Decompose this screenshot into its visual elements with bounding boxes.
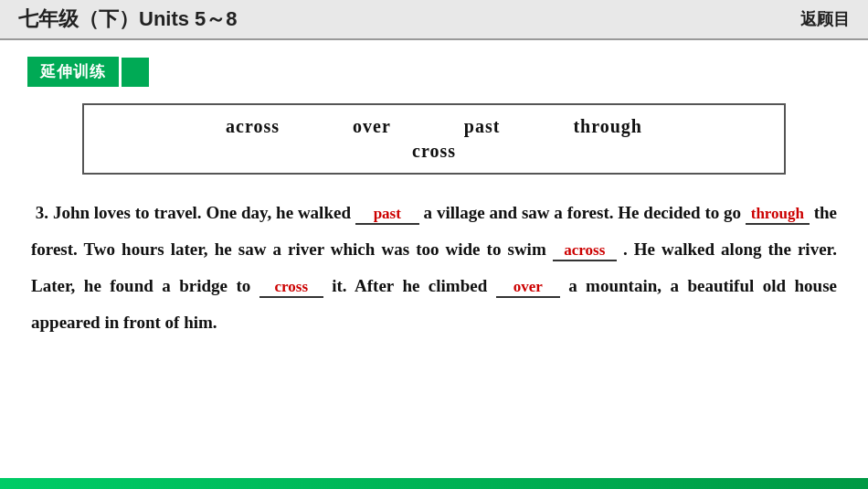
answer-cross: cross [275, 278, 309, 295]
section-label-row: 延伸训练 [27, 57, 841, 87]
paragraph: 3. John loves to travel. One day, he wal… [27, 195, 841, 341]
content: 延伸训练 across over past through cross 3. J… [0, 40, 868, 478]
word-box: across over past through cross [82, 103, 786, 175]
word-past: past [464, 116, 501, 137]
answer-over: over [513, 278, 543, 295]
word-across: across [226, 116, 280, 137]
word-row-1: across over past through [111, 116, 757, 137]
blank-over: over [496, 277, 560, 298]
answer-through: through [751, 205, 804, 222]
word-box-inner: across over past through cross [111, 116, 757, 162]
bottom-bar [0, 478, 868, 489]
blank-through: through [746, 204, 810, 225]
header-title: 七年级（下）Units 5～8 [18, 5, 238, 33]
paragraph-text-2: a village and saw a forest. He decided t… [424, 203, 746, 222]
answer-past: past [374, 205, 401, 222]
paragraph-text-5: it. After he climbed [332, 276, 495, 295]
word-over: over [353, 116, 391, 137]
word-row-2: cross [412, 141, 456, 162]
paragraph-number: 3. [31, 203, 48, 222]
blank-cross: cross [259, 277, 323, 298]
section-label-bar [122, 58, 149, 87]
page-container: 七年级（下）Units 5～8 返顾目 延伸训练 across over pas… [0, 0, 868, 489]
word-through: through [573, 116, 642, 137]
header: 七年级（下）Units 5～8 返顾目 [0, 0, 868, 40]
answer-across: across [564, 241, 605, 259]
blank-past: past [355, 204, 419, 225]
paragraph-text-1: John loves to travel. One day, he walked [53, 203, 355, 222]
word-cross: cross [412, 141, 456, 162]
header-back: 返顾目 [800, 8, 850, 30]
section-label: 延伸训练 [27, 57, 119, 87]
blank-across: across [553, 240, 617, 261]
